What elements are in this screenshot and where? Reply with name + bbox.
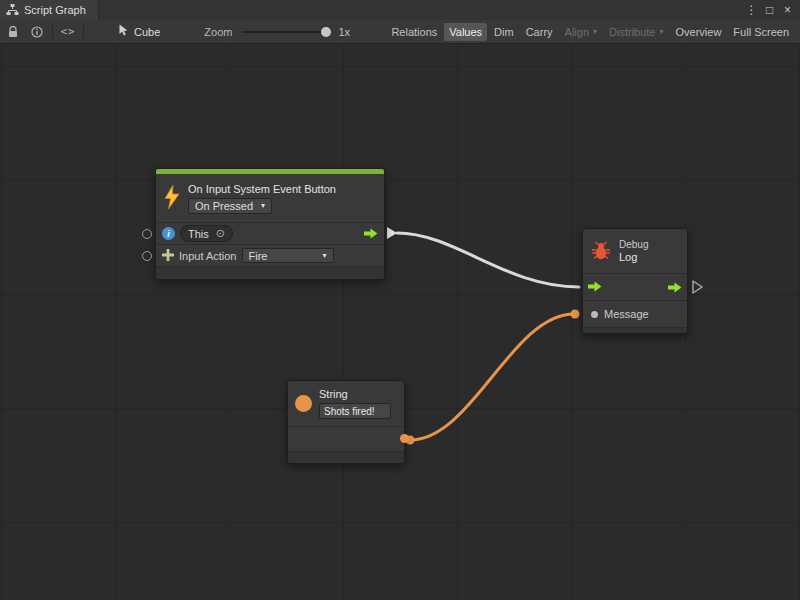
- node-debug-log[interactable]: Debug Log Message: [582, 228, 688, 334]
- window-controls: ⋮ □ ×: [744, 0, 800, 20]
- zoom-label: Zoom: [204, 26, 232, 38]
- lightning-icon: [164, 185, 180, 211]
- chevron-down-icon: ▾: [593, 28, 597, 36]
- script-graph-window: Script Graph ⋮ □ × <> Cube Zoom 1x: [0, 0, 800, 600]
- relations-button[interactable]: Relations: [386, 23, 442, 41]
- chevron-down-icon: ▾: [660, 28, 664, 36]
- string-output-row: [288, 426, 404, 451]
- fullscreen-label: Full Screen: [733, 26, 789, 38]
- maximize-icon[interactable]: □: [762, 1, 777, 19]
- graph-target[interactable]: Cube: [118, 24, 160, 39]
- input-action-port-row: Input Action Fire ▾: [156, 244, 384, 266]
- debug-node-name: Log: [619, 251, 648, 264]
- align-label: Align: [565, 26, 589, 38]
- overview-label: Overview: [676, 26, 722, 38]
- graph-icon: [6, 4, 19, 17]
- input-action-value: Fire: [249, 250, 268, 262]
- event-node-footer: [156, 266, 384, 279]
- dim-button[interactable]: Dim: [489, 23, 519, 41]
- input-action-dropdown[interactable]: Fire ▾: [242, 248, 334, 263]
- flow-wire-start-arrow-icon: [387, 227, 397, 239]
- values-button[interactable]: Values: [444, 23, 487, 41]
- string-node-title: String: [319, 388, 391, 400]
- relations-label: Relations: [391, 26, 437, 38]
- info-icon[interactable]: [28, 23, 46, 41]
- debug-flow-input-port[interactable]: [588, 281, 602, 294]
- string-type-icon: [295, 395, 312, 412]
- event-mode-dropdown[interactable]: On Pressed ▾: [188, 198, 272, 214]
- event-mode-value: On Pressed: [195, 200, 253, 212]
- this-port-row: i This ⊙: [156, 222, 384, 244]
- chevron-down-icon: ▾: [261, 202, 265, 210]
- overview-button[interactable]: Overview: [671, 23, 727, 41]
- menu-icon[interactable]: ⋮: [744, 1, 759, 19]
- align-button[interactable]: Align▾: [560, 23, 602, 41]
- debug-node-category: Debug: [619, 238, 648, 251]
- string-output-port[interactable]: [400, 434, 409, 443]
- event-node-header: On Input System Event Button On Pressed …: [156, 174, 384, 222]
- value-wire-end-dot[interactable]: [571, 310, 580, 319]
- string-node-header: String: [288, 381, 404, 426]
- debug-node-footer: [583, 327, 687, 333]
- string-node-footer: [288, 451, 404, 463]
- this-object-icon: i: [162, 227, 175, 240]
- zoom-slider-knob[interactable]: [321, 27, 331, 37]
- toolbar-separator: [83, 24, 84, 39]
- close-icon[interactable]: ×: [780, 1, 795, 19]
- toolbar-separator: [52, 24, 53, 39]
- flow-wire[interactable]: [397, 233, 579, 287]
- tab-script-graph[interactable]: Script Graph: [0, 0, 99, 20]
- node-on-input-system-event-button[interactable]: On Input System Event Button On Pressed …: [155, 168, 385, 280]
- debug-node-header: Debug Log: [583, 229, 687, 273]
- debug-flow-output-port[interactable]: [668, 282, 682, 293]
- lock-icon[interactable]: [4, 23, 22, 41]
- value-wire[interactable]: [410, 314, 574, 440]
- tab-title: Script Graph: [24, 4, 86, 16]
- event-flow-output-port[interactable]: [364, 228, 378, 239]
- string-value-field[interactable]: [319, 403, 391, 419]
- debug-flow-row: [583, 273, 687, 300]
- event-node-title: On Input System Event Button: [188, 183, 336, 195]
- carry-button[interactable]: Carry: [521, 23, 558, 41]
- object-picker-icon: ⊙: [216, 228, 225, 239]
- fullscreen-button[interactable]: Full Screen: [728, 23, 794, 41]
- message-input-port[interactable]: [591, 311, 598, 318]
- titlebar: Script Graph ⋮ □ ×: [0, 0, 800, 20]
- code-preview-icon[interactable]: <>: [59, 23, 77, 41]
- values-label: Values: [449, 26, 482, 38]
- debug-message-row: Message: [583, 300, 687, 327]
- distribute-button[interactable]: Distribute▾: [604, 23, 668, 41]
- input-action-input-port[interactable]: [142, 251, 152, 261]
- toolbar-buttons: Relations Values Dim Carry Align▾ Distri…: [386, 23, 796, 41]
- flow-output-arrow-icon[interactable]: [693, 281, 702, 293]
- input-action-icon: [162, 249, 174, 263]
- bug-icon: [591, 241, 611, 262]
- graph-toolbar: <> Cube Zoom 1x Relations Values Dim Car…: [0, 20, 800, 44]
- zoom-value: 1x: [338, 26, 350, 38]
- target-label: Cube: [134, 26, 160, 38]
- graph-canvas[interactable]: On Input System Event Button On Pressed …: [0, 44, 800, 600]
- chevron-down-icon: ▾: [322, 252, 326, 260]
- node-string-literal[interactable]: String: [287, 380, 405, 464]
- this-input-port[interactable]: [142, 229, 152, 239]
- dim-label: Dim: [494, 26, 514, 38]
- input-action-label: Input Action: [179, 250, 237, 262]
- this-object-picker[interactable]: This ⊙: [180, 225, 233, 242]
- zoom-slider[interactable]: [242, 31, 328, 33]
- message-label: Message: [604, 308, 649, 320]
- this-label: This: [188, 228, 209, 240]
- distribute-label: Distribute: [609, 26, 655, 38]
- cursor-icon: [118, 24, 129, 39]
- carry-label: Carry: [526, 26, 553, 38]
